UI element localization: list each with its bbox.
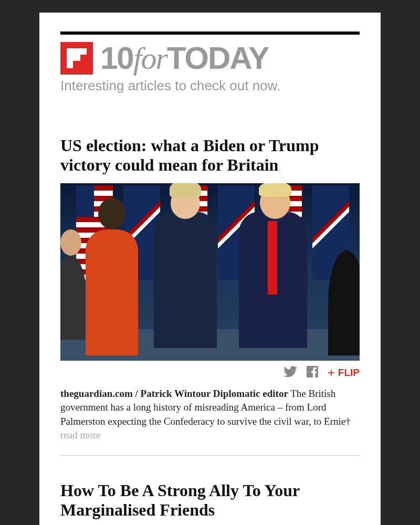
tagline: Interesting articles to check out now. <box>60 78 360 94</box>
brand-for: for <box>133 41 167 76</box>
article-hero-image[interactable] <box>60 183 360 361</box>
article-title[interactable]: How To Be A Strong Ally To Your Marginal… <box>60 481 360 520</box>
share-row: + FLIP <box>60 366 360 380</box>
flip-button[interactable]: + FLIP <box>328 366 360 379</box>
flipboard-logo-icon[interactable] <box>60 42 93 75</box>
article-body: theguardian.com / Patrick Wintour Diplom… <box>60 387 360 456</box>
article-card: How To Be A Strong Ally To Your Marginal… <box>60 481 360 525</box>
header-rule <box>60 32 360 35</box>
facebook-icon[interactable] <box>307 366 318 380</box>
article-card: US election: what a Biden or Trump victo… <box>60 136 360 456</box>
read-more-link[interactable]: read more <box>60 429 100 440</box>
article-source: theguardian.com / Patrick Wintour Diplom… <box>60 388 288 399</box>
brand-ten: 10 <box>100 40 133 76</box>
brand-wordmark: 10forTODAY <box>100 43 268 74</box>
plus-icon: + <box>328 366 335 379</box>
twitter-icon[interactable] <box>284 366 297 380</box>
brand-row: 10forTODAY <box>60 42 360 75</box>
brand-today: TODAY <box>167 40 268 76</box>
flip-label: FLIP <box>338 367 360 379</box>
email-container: 10forTODAY Interesting articles to check… <box>39 13 381 525</box>
article-title[interactable]: US election: what a Biden or Trump victo… <box>60 136 360 175</box>
